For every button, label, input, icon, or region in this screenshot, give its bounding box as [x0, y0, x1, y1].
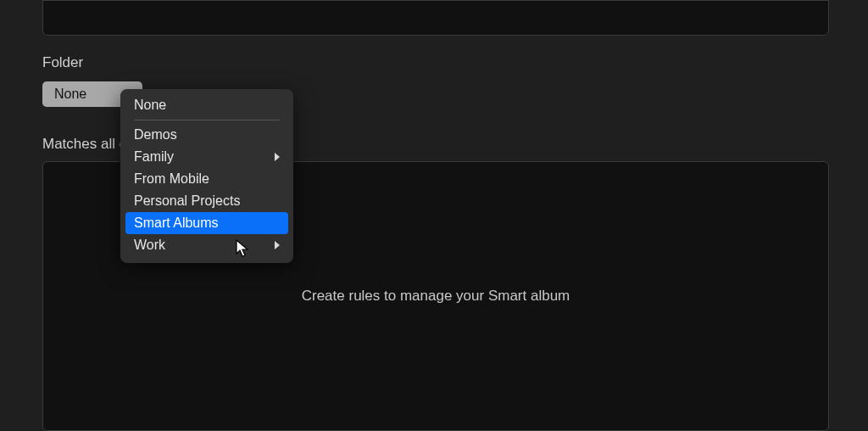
folder-dropdown[interactable]: NoneDemosFamilyFrom MobilePersonal Proje… — [120, 89, 293, 263]
dropdown-item-label: None — [134, 98, 166, 113]
dropdown-item-label: Personal Projects — [134, 193, 240, 209]
chevron-right-icon — [275, 241, 280, 249]
dropdown-separator — [134, 120, 280, 120]
dropdown-item[interactable]: Smart Albums — [125, 212, 288, 234]
dropdown-item-label: Family — [134, 149, 174, 165]
dropdown-item[interactable]: Family — [125, 146, 288, 168]
dropdown-item[interactable]: From Mobile — [125, 168, 288, 190]
top-panel — [42, 0, 829, 36]
dropdown-item-label: Smart Albums — [134, 216, 219, 231]
chevron-right-icon — [275, 153, 280, 161]
dropdown-item[interactable]: Demos — [125, 124, 288, 146]
dropdown-item-label: Demos — [134, 127, 177, 143]
folder-select-value: None — [54, 87, 86, 102]
matches-rules-label: Matches all of the following rules — [42, 136, 123, 153]
dropdown-item[interactable]: Personal Projects — [125, 190, 288, 212]
dropdown-item[interactable]: Work — [125, 234, 288, 256]
rules-placeholder: Create rules to manage your Smart album — [43, 288, 828, 305]
folder-label: Folder — [42, 54, 83, 71]
dropdown-item-label: Work — [134, 238, 165, 253]
dropdown-item[interactable]: None — [125, 94, 288, 116]
dropdown-item-label: From Mobile — [134, 171, 209, 187]
